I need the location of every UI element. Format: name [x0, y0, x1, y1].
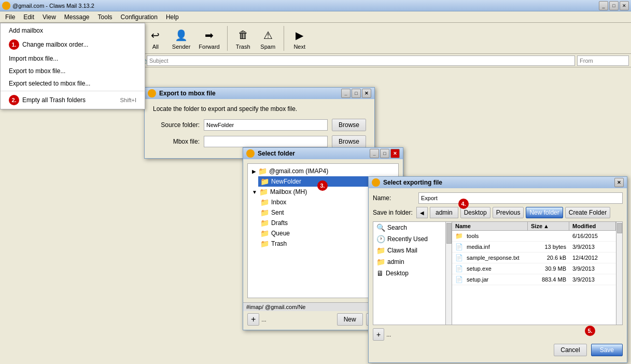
export-file-titlebar: Select exporting file ✕: [369, 177, 627, 188]
bg-menu-edit[interactable]: Edit: [19, 12, 38, 22]
empty-trash-shortcut: Shift+I: [120, 97, 137, 103]
bg-title-bar: @gmail.com - Claws Mail 3.13.2 _ □ ✕: [0, 0, 631, 11]
inbox-label: Inbox: [271, 199, 286, 206]
setupexe-name-text: setup.exe: [467, 265, 492, 272]
tree-account-root[interactable]: ▶ 📁 @gmail.com (IMAP4): [250, 166, 396, 176]
trash-label: Trash: [271, 240, 287, 247]
bg-menu-help[interactable]: Help: [162, 12, 183, 22]
bg-menu-file[interactable]: File: [1, 12, 19, 22]
source-folder-browse-btn[interactable]: Browse: [332, 119, 366, 131]
export-dialog-close[interactable]: ✕: [362, 89, 371, 98]
toolbar-forward[interactable]: ➡ Forward: [195, 26, 222, 51]
places-scrollbar-thumb: [446, 223, 452, 244]
subject-filter-input[interactable]: [147, 55, 575, 66]
bg-maximize-btn[interactable]: □: [609, 1, 619, 10]
toolbar-all-label: All: [152, 44, 159, 50]
file-row-setupexe[interactable]: 📄 setup.exe 30.9 MB 3/9/2013: [452, 263, 616, 274]
file-mediainf-size: 13 bytes: [528, 243, 569, 250]
places-desktop-label: Desktop: [386, 270, 409, 277]
places-recently-used[interactable]: 🕐 Recently Used: [373, 233, 445, 245]
places-recently-label: Recently Used: [387, 235, 428, 243]
menu-separator: [1, 91, 145, 91]
folder-new-btn[interactable]: New: [337, 313, 363, 326]
menu-add-mailbox[interactable]: Add mailbox: [1, 24, 145, 37]
menu-empty-trash[interactable]: 2. Empty all Trash folders Shift+I: [1, 92, 145, 108]
places-scrollbar[interactable]: [446, 222, 452, 325]
bg-menu-tools[interactable]: Tools: [94, 12, 117, 22]
breadcrumb-admin-btn[interactable]: admin: [430, 207, 458, 218]
forward-icon: ➡: [201, 27, 218, 44]
places-desktop[interactable]: 🖥 Desktop: [373, 268, 445, 279]
export-dialog-titlebar: Export to mbox file _ □ ✕: [145, 88, 374, 99]
export-file-controls: ✕: [614, 178, 624, 187]
bg-menu-bar: File Edit View Message Tools Configurati…: [0, 11, 631, 23]
previous-nav-btn[interactable]: Previous: [493, 207, 524, 218]
add-location-text: ...: [386, 331, 391, 338]
bg-minimize-btn[interactable]: _: [599, 1, 608, 10]
sent-label: Sent: [271, 209, 284, 216]
places-search-label: Search: [387, 224, 407, 231]
newfolder-label: NewFolder: [271, 178, 301, 185]
export-dialog-maximize[interactable]: □: [352, 89, 361, 98]
file-setupjar-size: 883.4 MB: [528, 276, 569, 283]
export-file-dialog-title: Select exporting file: [383, 179, 442, 186]
toolbar-next[interactable]: ▶ Next: [288, 26, 311, 51]
menu-export-mbox[interactable]: Export to mbox file...: [1, 65, 145, 77]
step1-badge: 1.: [9, 39, 19, 50]
places-claws-mail[interactable]: 📁 Claws Mail: [373, 245, 445, 256]
file-tools-size: [528, 235, 569, 236]
imap-path-text: ...: [261, 316, 266, 323]
drafts-label: Drafts: [271, 219, 288, 227]
all-icon: ↩: [147, 27, 164, 44]
mediainf-file-icon: 📄: [455, 243, 463, 250]
bg-window-title: @gmail.com - Claws Mail 3.13.2: [12, 3, 94, 9]
file-row-sample[interactable]: 📄 sample_response.txt 20.6 kB 12/4/2012: [452, 253, 616, 263]
toolbar-spam[interactable]: ⚠ Spam: [257, 26, 279, 51]
select-folder-maximize[interactable]: □: [380, 149, 389, 158]
toolbar-sep-4: [284, 26, 284, 51]
places-search[interactable]: 🔍 Search: [373, 222, 445, 233]
add-folder-btn[interactable]: +: [247, 313, 259, 326]
select-folder-minimize[interactable]: _: [370, 149, 379, 158]
create-folder-btn[interactable]: Create Folder: [565, 207, 610, 218]
files-scrollbar-thumb: [617, 223, 622, 233]
name-input[interactable]: [418, 192, 623, 204]
from-filter-input[interactable]: [577, 55, 629, 66]
mediainf-name-text: media.inf: [467, 244, 490, 250]
export-file-save-btn[interactable]: Save: [591, 344, 623, 356]
add-location-btn[interactable]: +: [373, 328, 384, 341]
places-admin[interactable]: 📁 admin: [373, 256, 445, 268]
file-setupexe-name: 📄 setup.exe: [452, 264, 528, 273]
export-dialog-minimize[interactable]: _: [341, 89, 350, 98]
bg-menu-configuration[interactable]: Configuration: [117, 12, 162, 22]
new-folder-btn[interactable]: New folder: [526, 207, 563, 218]
select-folder-close[interactable]: ✕: [390, 149, 400, 158]
inbox-icon: 📁: [260, 198, 269, 206]
menu-import-mbox[interactable]: Import mbox file...: [1, 52, 145, 65]
toolbar-all[interactable]: ↩ All: [144, 26, 167, 51]
menu-export-selected[interactable]: Export selected to mbox file...: [1, 77, 145, 90]
sender-icon: 👤: [173, 27, 190, 44]
mbox-file-row: Mbox file: Browse: [153, 135, 366, 148]
places-admin-label: admin: [387, 258, 404, 265]
bg-menu-view[interactable]: View: [38, 12, 60, 22]
file-row-tools[interactable]: 📁 tools 6/16/2015: [452, 231, 616, 242]
mbox-file-browse-btn[interactable]: Browse: [332, 135, 366, 148]
toolbar-trash[interactable]: 🗑 Trash: [232, 26, 255, 51]
export-dialog-icon: [148, 89, 156, 97]
breadcrumb-back-btn[interactable]: ◀: [416, 207, 428, 218]
source-folder-input[interactable]: [204, 119, 328, 131]
file-row-setupjar[interactable]: 📄 setup.jar 883.4 MB 3/9/2013: [452, 274, 616, 285]
mbox-file-input[interactable]: [204, 136, 328, 147]
bg-menu-message[interactable]: Message: [60, 12, 94, 22]
export-file-close[interactable]: ✕: [614, 178, 624, 187]
file-row-mediainf[interactable]: 📄 media.inf 13 bytes 3/9/2013: [452, 242, 616, 253]
file-sample-modified: 12/4/2012: [569, 254, 616, 261]
files-scrollbar[interactable]: [616, 222, 622, 325]
step4-badge: 4.: [458, 199, 469, 209]
export-file-cancel-btn[interactable]: Cancel: [554, 344, 586, 356]
bg-close-btn[interactable]: ✕: [620, 1, 629, 10]
toolbar-sender[interactable]: 👤 Sender: [169, 26, 193, 51]
menu-change-mailbox-order[interactable]: 1. Change mailbox order...: [1, 37, 145, 52]
claws-mail-icon: 📁: [376, 246, 385, 255]
